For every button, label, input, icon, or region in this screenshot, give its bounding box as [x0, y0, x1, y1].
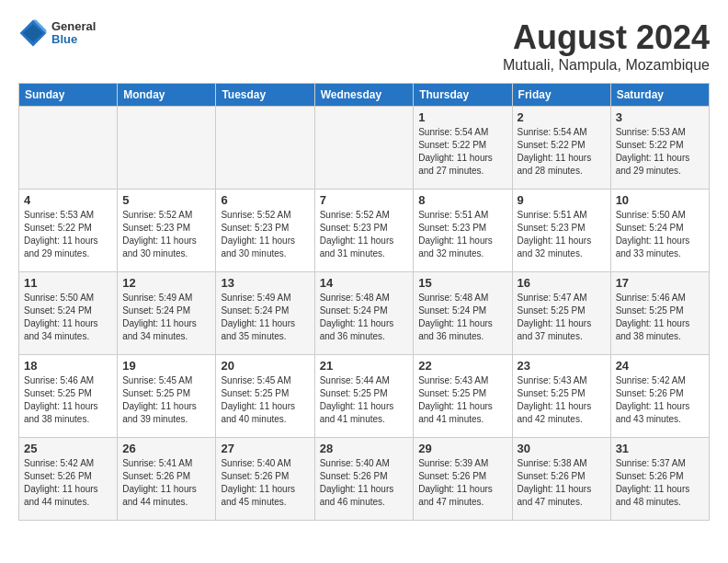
- day-info: Sunrise: 5:46 AMSunset: 5:25 PMDaylight:…: [616, 292, 704, 343]
- day-info: Sunrise: 5:54 AMSunset: 5:22 PMDaylight:…: [518, 126, 606, 178]
- day-info: Sunrise: 5:51 AMSunset: 5:23 PMDaylight:…: [518, 209, 606, 260]
- day-number: 24: [616, 359, 704, 373]
- day-info: Sunrise: 5:41 AMSunset: 5:26 PMDaylight:…: [122, 457, 210, 509]
- day-cell: 6Sunrise: 5:52 AMSunset: 5:23 PMDaylight…: [216, 190, 314, 272]
- day-cell: 20Sunrise: 5:45 AMSunset: 5:25 PMDayligh…: [216, 355, 314, 438]
- day-info: Sunrise: 5:46 AMSunset: 5:25 PMDaylight:…: [24, 374, 112, 426]
- day-cell: 11Sunrise: 5:50 AMSunset: 5:24 PMDayligh…: [19, 272, 118, 355]
- day-cell: 27Sunrise: 5:40 AMSunset: 5:26 PMDayligh…: [216, 438, 314, 521]
- day-cell: 16Sunrise: 5:47 AMSunset: 5:25 PMDayligh…: [512, 272, 610, 355]
- day-number: 10: [616, 193, 704, 207]
- day-cell: 25Sunrise: 5:42 AMSunset: 5:26 PMDayligh…: [19, 438, 118, 521]
- day-number: 19: [122, 359, 210, 373]
- day-number: 27: [221, 442, 309, 455]
- day-cell: [314, 107, 414, 190]
- day-header-wednesday: Wednesday: [314, 84, 414, 107]
- day-cell: 30Sunrise: 5:38 AMSunset: 5:26 PMDayligh…: [512, 438, 610, 521]
- day-cell: 18Sunrise: 5:46 AMSunset: 5:25 PMDayligh…: [19, 355, 118, 438]
- day-number: 29: [418, 442, 506, 455]
- day-header-sunday: Sunday: [19, 84, 118, 107]
- day-info: Sunrise: 5:43 AMSunset: 5:25 PMDaylight:…: [518, 374, 606, 426]
- header: General Blue August 2024 Mutuali, Nampul…: [18, 18, 710, 74]
- day-info: Sunrise: 5:48 AMSunset: 5:24 PMDaylight:…: [320, 292, 409, 343]
- day-number: 15: [418, 276, 506, 290]
- logo-icon: [18, 18, 48, 48]
- day-info: Sunrise: 5:43 AMSunset: 5:25 PMDaylight:…: [418, 374, 506, 426]
- day-cell: 28Sunrise: 5:40 AMSunset: 5:26 PMDayligh…: [314, 438, 414, 521]
- day-number: 11: [24, 276, 112, 290]
- week-row-5: 25Sunrise: 5:42 AMSunset: 5:26 PMDayligh…: [19, 438, 710, 521]
- week-row-2: 4Sunrise: 5:53 AMSunset: 5:22 PMDaylight…: [19, 190, 710, 272]
- day-number: 3: [616, 110, 704, 124]
- day-info: Sunrise: 5:39 AMSunset: 5:26 PMDaylight:…: [418, 457, 506, 509]
- day-cell: 10Sunrise: 5:50 AMSunset: 5:24 PMDayligh…: [610, 190, 709, 272]
- day-info: Sunrise: 5:45 AMSunset: 5:25 PMDaylight:…: [122, 374, 210, 426]
- day-number: 28: [320, 442, 409, 455]
- day-cell: 8Sunrise: 5:51 AMSunset: 5:23 PMDaylight…: [414, 190, 512, 272]
- day-number: 8: [418, 193, 506, 207]
- day-info: Sunrise: 5:51 AMSunset: 5:23 PMDaylight:…: [418, 209, 506, 260]
- day-cell: [19, 107, 118, 190]
- day-info: Sunrise: 5:49 AMSunset: 5:24 PMDaylight:…: [122, 292, 210, 343]
- week-row-4: 18Sunrise: 5:46 AMSunset: 5:25 PMDayligh…: [19, 355, 710, 438]
- day-number: 20: [221, 359, 309, 373]
- day-cell: 31Sunrise: 5:37 AMSunset: 5:26 PMDayligh…: [610, 438, 709, 521]
- day-info: Sunrise: 5:47 AMSunset: 5:25 PMDaylight:…: [518, 292, 606, 343]
- day-cell: 3Sunrise: 5:53 AMSunset: 5:22 PMDaylight…: [610, 107, 709, 190]
- day-number: 14: [320, 276, 409, 290]
- logo-general: General: [51, 20, 96, 33]
- day-number: 16: [518, 276, 606, 290]
- day-number: 23: [518, 359, 606, 373]
- day-cell: [216, 107, 314, 190]
- day-number: 22: [418, 359, 506, 373]
- day-info: Sunrise: 5:52 AMSunset: 5:23 PMDaylight:…: [320, 209, 409, 260]
- day-cell: 14Sunrise: 5:48 AMSunset: 5:24 PMDayligh…: [314, 272, 414, 355]
- logo: General Blue: [18, 18, 96, 48]
- day-cell: 29Sunrise: 5:39 AMSunset: 5:26 PMDayligh…: [414, 438, 512, 521]
- day-info: Sunrise: 5:48 AMSunset: 5:24 PMDaylight:…: [418, 292, 506, 343]
- day-info: Sunrise: 5:52 AMSunset: 5:23 PMDaylight:…: [221, 209, 309, 260]
- day-info: Sunrise: 5:37 AMSunset: 5:26 PMDaylight:…: [616, 457, 704, 509]
- day-number: 5: [122, 193, 210, 207]
- calendar: SundayMondayTuesdayWednesdayThursdayFrid…: [18, 83, 710, 521]
- calendar-header-row: SundayMondayTuesdayWednesdayThursdayFrid…: [19, 84, 710, 107]
- day-number: 7: [320, 193, 409, 207]
- day-cell: [118, 107, 216, 190]
- day-cell: 19Sunrise: 5:45 AMSunset: 5:25 PMDayligh…: [118, 355, 216, 438]
- day-info: Sunrise: 5:44 AMSunset: 5:25 PMDaylight:…: [320, 374, 409, 426]
- day-number: 6: [221, 193, 309, 207]
- day-cell: 2Sunrise: 5:54 AMSunset: 5:22 PMDaylight…: [512, 107, 610, 190]
- day-cell: 15Sunrise: 5:48 AMSunset: 5:24 PMDayligh…: [414, 272, 512, 355]
- day-header-monday: Monday: [118, 84, 216, 107]
- day-info: Sunrise: 5:50 AMSunset: 5:24 PMDaylight:…: [616, 209, 704, 260]
- day-info: Sunrise: 5:50 AMSunset: 5:24 PMDaylight:…: [24, 292, 112, 343]
- day-cell: 4Sunrise: 5:53 AMSunset: 5:22 PMDaylight…: [19, 190, 118, 272]
- day-number: 1: [418, 110, 506, 124]
- day-cell: 12Sunrise: 5:49 AMSunset: 5:24 PMDayligh…: [118, 272, 216, 355]
- main-title: August 2024: [503, 18, 710, 57]
- week-row-1: 1Sunrise: 5:54 AMSunset: 5:22 PMDaylight…: [19, 107, 710, 190]
- day-cell: 23Sunrise: 5:43 AMSunset: 5:25 PMDayligh…: [512, 355, 610, 438]
- day-number: 26: [122, 442, 210, 455]
- day-header-friday: Friday: [512, 84, 610, 107]
- day-cell: 9Sunrise: 5:51 AMSunset: 5:23 PMDaylight…: [512, 190, 610, 272]
- day-info: Sunrise: 5:53 AMSunset: 5:22 PMDaylight:…: [24, 209, 112, 260]
- day-number: 12: [122, 276, 210, 290]
- day-info: Sunrise: 5:52 AMSunset: 5:23 PMDaylight:…: [122, 209, 210, 260]
- day-cell: 5Sunrise: 5:52 AMSunset: 5:23 PMDaylight…: [118, 190, 216, 272]
- day-header-saturday: Saturday: [610, 84, 709, 107]
- day-number: 2: [518, 110, 606, 124]
- day-number: 17: [616, 276, 704, 290]
- day-number: 31: [616, 442, 704, 455]
- title-area: August 2024 Mutuali, Nampula, Mozambique: [503, 18, 710, 74]
- day-cell: 17Sunrise: 5:46 AMSunset: 5:25 PMDayligh…: [610, 272, 709, 355]
- day-header-thursday: Thursday: [414, 84, 512, 107]
- day-info: Sunrise: 5:45 AMSunset: 5:25 PMDaylight:…: [221, 374, 309, 426]
- day-info: Sunrise: 5:38 AMSunset: 5:26 PMDaylight:…: [518, 457, 606, 509]
- day-number: 13: [221, 276, 309, 290]
- day-info: Sunrise: 5:54 AMSunset: 5:22 PMDaylight:…: [418, 126, 506, 178]
- day-cell: 24Sunrise: 5:42 AMSunset: 5:26 PMDayligh…: [610, 355, 709, 438]
- day-cell: 26Sunrise: 5:41 AMSunset: 5:26 PMDayligh…: [118, 438, 216, 521]
- day-cell: 1Sunrise: 5:54 AMSunset: 5:22 PMDaylight…: [414, 107, 512, 190]
- day-number: 30: [518, 442, 606, 455]
